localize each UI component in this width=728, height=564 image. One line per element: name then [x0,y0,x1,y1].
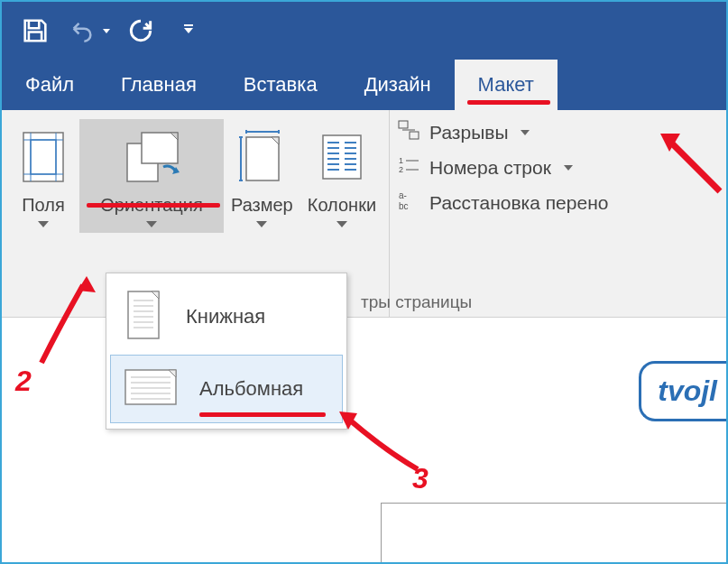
svg-rect-31 [399,121,408,128]
tab-file-label: Файл [25,73,74,97]
annotation-number-2: 2 [15,365,32,398]
ribbon-tabs: Файл Главная Вставка Дизайн Макет [2,60,726,110]
line-numbers-label: Номера строк [429,157,551,179]
save-icon[interactable] [20,15,51,46]
tab-layout[interactable]: Макет [455,60,558,110]
tab-design-label: Дизайн [364,73,431,97]
hyphenation-label: Расстановка перено [429,192,608,214]
hyphenation-button[interactable]: a-bc Расстановка перено [397,190,608,216]
orientation-icon [120,125,183,190]
svg-marker-54 [78,276,96,292]
svg-rect-32 [410,132,419,139]
annotation-underline [199,412,326,417]
annotation-arrow-2 [32,273,105,372]
columns-icon [318,125,366,190]
page-setup-side-list: Разрывы 12 Номера строк a-bc Расстановка… [389,110,615,317]
tab-design[interactable]: Дизайн [341,60,455,110]
orientation-landscape-item[interactable]: Альбомная [110,355,343,423]
dropdown-arrow-icon [521,130,530,135]
annotation-arrow-3 [332,406,431,478]
svg-text:a-: a- [399,190,407,200]
line-numbers-button[interactable]: 12 Номера строк [397,154,608,180]
margins-button[interactable]: Поля [7,119,79,233]
svg-rect-10 [246,137,279,180]
margins-icon [20,125,67,190]
annotation-underline [87,203,220,208]
annotation-underline [467,100,550,105]
size-icon [237,125,286,190]
orientation-button[interactable]: Ориентация [79,119,224,233]
dropdown-arrow-icon [336,221,347,227]
portrait-icon [121,288,166,346]
orientation-portrait-item[interactable]: Книжная [110,279,343,355]
dropdown-arrow-icon[interactable] [103,29,110,33]
quick-access-toolbar [2,2,726,60]
dropdown-arrow-icon [256,221,267,227]
tab-insert[interactable]: Вставка [220,60,341,110]
dropdown-arrow-icon [146,221,157,227]
dropdown-arrow-icon [564,165,573,171]
columns-label: Колонки [308,195,376,216]
tab-file[interactable]: Файл [2,60,97,110]
breaks-button[interactable]: Разрывы [397,119,608,145]
margins-label: Поля [22,195,65,216]
breaks-label: Разрывы [429,122,508,143]
size-label: Размер [231,195,293,216]
portrait-label: Книжная [186,305,265,328]
landscape-label: Альбомная [199,377,303,401]
undo-icon[interactable] [67,18,110,43]
svg-text:2: 2 [399,165,403,174]
tab-home-label: Главная [121,73,197,97]
tab-insert-label: Вставка [244,73,318,97]
redo-icon[interactable] [126,16,155,45]
svg-text:bc: bc [399,201,409,211]
svg-rect-39 [128,291,159,338]
tab-home[interactable]: Главная [97,60,220,110]
annotation-arrow-1 [657,128,728,200]
columns-button[interactable]: Колонки [300,119,383,233]
hyphenation-icon: a-bc [397,190,420,216]
svg-text:1: 1 [399,156,403,165]
orientation-dropdown: Книжная Альбомная [106,273,347,430]
dropdown-arrow-icon [38,221,49,227]
line-numbers-icon: 12 [397,154,420,180]
size-button[interactable]: Размер [224,119,300,233]
landscape-icon [122,365,180,413]
breaks-icon [397,119,420,145]
tab-layout-label: Макет [478,73,534,97]
customize-qat-icon[interactable] [184,28,193,33]
watermark-badge: tvojl [639,361,726,421]
document-page[interactable] [381,503,728,564]
svg-rect-7 [142,133,178,163]
page-setup-group-label: тры страницы [361,292,472,312]
